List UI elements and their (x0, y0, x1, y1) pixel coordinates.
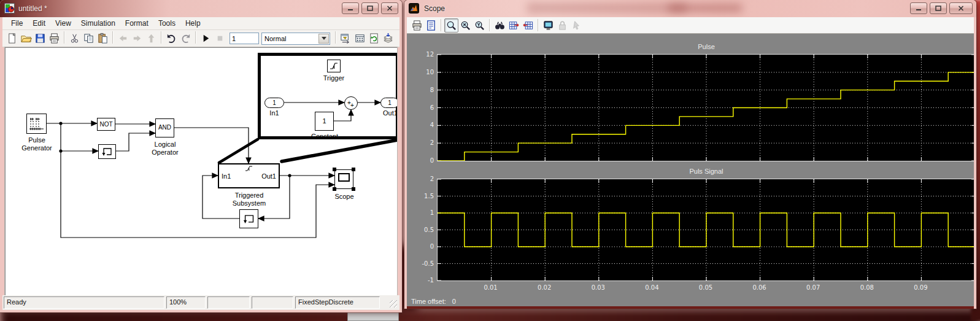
scope-block[interactable] (334, 169, 353, 189)
status-bar: Ready 100% FixedStepDiscrete (2, 295, 399, 310)
dropdown-arrow-icon[interactable] (318, 34, 329, 44)
restore-axes-settings-button[interactable] (521, 18, 535, 33)
and-block[interactable]: AND (155, 118, 174, 137)
inset-callout-line (219, 139, 258, 163)
open-model-button[interactable] (19, 31, 33, 45)
print-button[interactable] (47, 31, 61, 45)
sum-block[interactable]: + + (344, 96, 358, 110)
selection-handle[interactable] (333, 187, 336, 191)
out1-port-number: 1 (388, 99, 392, 106)
status-zoom-level: 100% (166, 296, 206, 309)
out1-port-block[interactable]: 1 (380, 98, 397, 108)
plot-svg (438, 55, 974, 161)
menu-item-file[interactable]: File (6, 18, 28, 29)
resize-grip[interactable] (382, 296, 398, 309)
save-axes-settings-button[interactable] (507, 18, 521, 33)
trigger-label: Trigger (309, 74, 358, 82)
pulse-waveform-icon (27, 114, 46, 133)
floating-scope-button[interactable] (541, 18, 555, 33)
in1-port-block[interactable]: 1 (264, 98, 284, 108)
maximize-button[interactable] (361, 2, 379, 14)
simulink-model-icon (4, 3, 15, 14)
scope-axes-2[interactable] (437, 179, 974, 281)
toolbar-separator (441, 19, 442, 31)
new-page-icon (6, 33, 18, 44)
menu-item-view[interactable]: View (50, 18, 76, 29)
window-title: Scope (424, 4, 445, 13)
y-tick-label: 1 (409, 209, 434, 216)
close-icon (958, 6, 964, 11)
trigger-block[interactable] (327, 60, 341, 72)
toolbar-separator (538, 19, 539, 31)
memory-block-2[interactable] (239, 209, 258, 228)
menu-item-edit[interactable]: Edit (28, 18, 50, 29)
simulation-mode-select[interactable]: Normal (261, 33, 330, 45)
close-icon (387, 6, 393, 11)
model-browser-button[interactable] (339, 31, 353, 45)
menu-item-simulation[interactable]: Simulation (76, 18, 120, 29)
zoom-x-button[interactable] (458, 18, 473, 33)
minimize-icon (916, 6, 922, 11)
minimize-button[interactable] (910, 2, 927, 14)
menu-item-format[interactable]: Format (120, 18, 153, 29)
pulse-generator-block[interactable] (26, 114, 47, 134)
toolbar-separator (489, 19, 490, 31)
scope-window-titlebar[interactable]: Scope (404, 0, 976, 17)
copy-button[interactable] (82, 31, 96, 45)
update-diagram-button[interactable] (367, 31, 381, 45)
plot-svg (438, 179, 974, 280)
arrow-left-icon (117, 33, 129, 44)
library-browser-button[interactable] (381, 31, 395, 45)
close-button[interactable] (949, 2, 973, 14)
debugger-button[interactable] (353, 31, 367, 45)
menu-item-help[interactable]: Help (180, 18, 206, 29)
constant-block[interactable]: 1 (315, 112, 334, 131)
scope-axes-1[interactable] (437, 54, 974, 161)
selection-handle[interactable] (352, 187, 355, 191)
maximize-button[interactable] (930, 2, 947, 14)
zoom-x-icon (460, 20, 471, 31)
close-button[interactable] (381, 2, 398, 14)
y-tick-label: 12 (409, 51, 434, 58)
print-button[interactable] (410, 18, 424, 33)
update-icon (368, 33, 380, 44)
time-offset-value: 0 (452, 298, 456, 305)
autoscale-button[interactable] (493, 18, 507, 33)
selection-handle[interactable] (333, 168, 336, 171)
paste-button[interactable] (96, 31, 110, 45)
library-icon (382, 33, 394, 44)
titlebar-glass-smudge (527, 2, 687, 14)
status-ready: Ready (4, 296, 164, 309)
save-model-button[interactable] (33, 31, 47, 45)
scope-window: Scope Time offset:0 Pulse024681012Puls S… (404, 0, 976, 309)
status-empty-field (252, 296, 293, 309)
memory-block-1[interactable] (98, 144, 116, 159)
cut-button[interactable] (68, 31, 82, 45)
undo-button[interactable] (164, 31, 179, 45)
model-toolbar: Normal (2, 30, 399, 47)
model-canvas[interactable]: Pulse Generator NOT AND Logical Operator… (5, 47, 397, 295)
maximize-icon (367, 6, 373, 11)
start-simulation-button[interactable] (199, 31, 213, 45)
menu-item-tools[interactable]: Tools (153, 18, 180, 29)
new-model-button[interactable] (5, 31, 19, 45)
model-window-titlebar[interactable]: untitled * (0, 0, 402, 17)
logical-operator-label: Logical Operator (141, 141, 189, 157)
zoom-y-icon (474, 20, 485, 31)
and-block-text: AND (158, 124, 171, 131)
simulation-stop-time-input[interactable] (230, 33, 259, 44)
y-tick-label: 2 (409, 176, 434, 182)
y-tick-label: 8 (409, 87, 434, 93)
lock-axes-button (555, 18, 569, 33)
zoom-y-button[interactable] (473, 18, 487, 33)
not-block[interactable]: NOT (97, 118, 115, 131)
open-folder-icon (20, 33, 32, 44)
x-tick-label: 0.04 (638, 284, 665, 291)
maximize-icon (935, 6, 941, 11)
zoom-button[interactable] (444, 18, 458, 33)
stop-icon (214, 33, 226, 44)
selection-handle[interactable] (352, 168, 355, 171)
triggered-subsystem-block[interactable]: In1 Out1 (218, 163, 280, 188)
parameters-button[interactable] (424, 18, 438, 33)
minimize-button[interactable] (342, 2, 359, 14)
